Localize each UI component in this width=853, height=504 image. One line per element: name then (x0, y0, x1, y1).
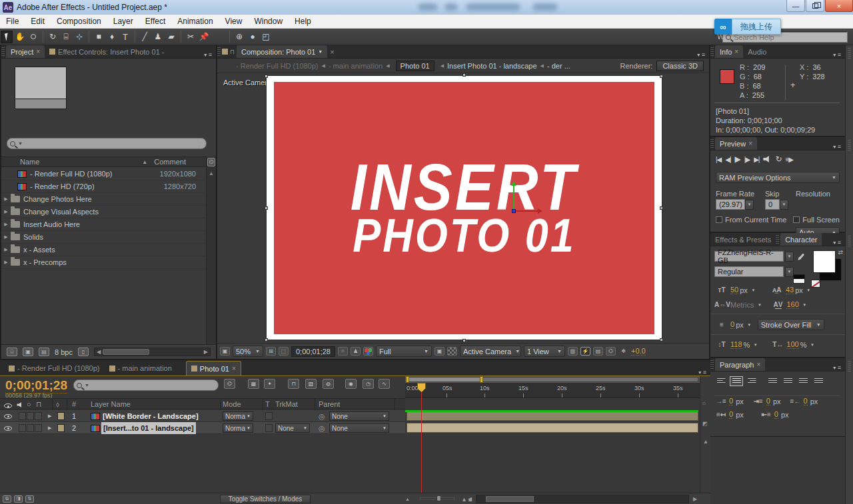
toggle-switches-modes-button[interactable]: Toggle Switches / Modes (220, 495, 311, 503)
trkmat-dropdown[interactable]: None▼ (275, 423, 310, 433)
tab-project[interactable]: Project × (6, 45, 45, 58)
bit-depth[interactable]: 8 bpc (55, 348, 73, 356)
project-item[interactable]: ▶ Insert Audio Here (1, 218, 205, 231)
expand-modes-icon[interactable]: ◨ (14, 495, 23, 503)
crumb-render-full-hd[interactable]: - Render Full HD (1080p) (236, 62, 319, 70)
panel-menu-icon[interactable]: ▼≡ (828, 143, 845, 150)
project-columns-header[interactable]: Name ▲ Comment (1, 156, 216, 167)
default-colors-icon[interactable] (793, 274, 805, 284)
parent-dropdown[interactable]: None▼ (329, 411, 389, 421)
twirl-icon[interactable]: ▶ (48, 410, 51, 422)
project-search[interactable]: ▼ (7, 138, 207, 149)
eraser-tool[interactable]: ▰ (165, 31, 177, 43)
layer-handle[interactable] (265, 338, 268, 342)
type-tool[interactable]: T (119, 31, 131, 43)
menu-edit[interactable]: Edit (25, 15, 51, 28)
comp-flowchart-icon[interactable]: ⌬ (606, 347, 616, 356)
tab-main-animation[interactable]: - main animation (105, 361, 177, 376)
chevron-down-icon[interactable]: ▼ (745, 320, 754, 330)
menu-composition[interactable]: Composition (51, 15, 107, 28)
layer-handle[interactable] (660, 206, 663, 210)
close-icon[interactable]: × (756, 361, 760, 368)
audio-mute-button[interactable] (763, 156, 771, 162)
restore-button[interactable] (806, 0, 824, 12)
project-item[interactable]: - Render HD (720p) 1280x720 (1, 180, 205, 193)
previous-frame-button[interactable]: ◀| (725, 156, 730, 163)
align-center-button[interactable] (730, 376, 743, 386)
panel-menu-icon[interactable]: ▼≡ (828, 51, 845, 58)
layer-row-2[interactable]: ▶ 2 [Insert...to 01 - landscape] Norma▼ … (0, 422, 405, 434)
column-trkmat[interactable]: TrkMat (275, 400, 298, 408)
twirl-icon[interactable]: ▶ (1, 196, 11, 202)
tab-composition[interactable]: Composition: Photo 01 ▼ (237, 45, 327, 58)
chevron-down-icon[interactable]: ▼ (749, 285, 758, 295)
view-layout-dropdown[interactable]: 1 View ▼ (524, 346, 565, 357)
mode-dropdown[interactable]: Norma▼ (223, 411, 253, 421)
pixel-aspect-icon[interactable]: ▥ (568, 347, 578, 356)
column-number[interactable]: # (72, 400, 76, 408)
t-switch[interactable] (265, 412, 273, 420)
loop-button[interactable]: ↻ (775, 154, 781, 164)
pen-tool[interactable]: ♦ (106, 31, 118, 43)
chevron-down-icon[interactable]: ▼ (745, 200, 754, 210)
tab-effect-controls[interactable]: Effect Controls: Insert Photo 01 - (45, 45, 169, 58)
hand-tool[interactable]: ✋ (14, 31, 26, 43)
viewport-timecode[interactable]: 0;00;01;28 (291, 346, 335, 357)
lock-toggle[interactable] (35, 412, 42, 420)
eyedropper-icon[interactable] (798, 253, 804, 260)
menu-animation[interactable]: Animation (171, 15, 219, 28)
label-color-swatch[interactable] (57, 412, 65, 420)
pickwhip-icon[interactable]: ◎ (319, 410, 325, 422)
stopwatch-icon[interactable]: ◷ (363, 379, 374, 389)
new-folder-icon[interactable]: ▣ (23, 348, 33, 356)
twirl-icon[interactable]: ▶ (1, 209, 11, 214)
tab-effects-presets[interactable]: Effects & Presets (710, 233, 776, 246)
graph-editor-icon[interactable]: ∿ (379, 379, 390, 389)
play-button[interactable]: ▶ (735, 154, 740, 164)
shape-tool[interactable]: ■ (93, 31, 105, 43)
tab-character[interactable]: Character (780, 233, 822, 246)
composition-viewport[interactable]: Active Camera INSERT PHOTO 01 (217, 73, 709, 343)
chevron-down-icon[interactable]: ▼ (780, 200, 788, 210)
layer-duration-bar-2[interactable] (407, 423, 698, 433)
indent-left-value[interactable]: 0 (729, 397, 733, 405)
close-icon[interactable]: × (748, 140, 752, 147)
timeline-search-input[interactable] (89, 381, 190, 389)
shy-icon[interactable]: ◩ (702, 421, 710, 427)
crumb-photo-01[interactable]: Photo 01 (396, 61, 434, 71)
timeline-hscrollbar[interactable] (476, 495, 689, 503)
menu-help[interactable]: Help (289, 15, 317, 28)
show-channels-icon[interactable] (363, 347, 373, 356)
pan-behind-tool[interactable]: ⊹ (73, 31, 85, 43)
show-snapshot-icon[interactable]: ♟ (351, 347, 361, 356)
crumb-der[interactable]: - der ... (547, 62, 570, 70)
space-before-value[interactable]: 0 (729, 410, 733, 419)
timeline-button-icon[interactable]: ▤ (593, 347, 603, 356)
transparency-grid-icon[interactable] (447, 347, 457, 356)
trash-icon[interactable]: ▯ (78, 348, 89, 356)
menu-file[interactable]: File (0, 15, 25, 28)
column-comment[interactable]: Comment (154, 158, 186, 166)
chevron-down-icon[interactable]: ▼ (800, 300, 809, 310)
fill-color-swatch[interactable] (813, 250, 836, 273)
selection-tool[interactable] (1, 31, 13, 43)
last-frame-button[interactable]: ▶| (754, 156, 759, 163)
next-frame-button[interactable]: |▶ (744, 156, 750, 163)
camera-tool[interactable]: ⌸ (60, 31, 72, 43)
kerning-value[interactable]: Metrics (730, 301, 754, 309)
justify-last-left-button[interactable] (766, 376, 779, 386)
zoom-out-frames-icon[interactable]: ▲ (405, 497, 410, 501)
renderer-button[interactable]: Classic 3D (656, 61, 704, 71)
composition-frame[interactable]: INSERT PHOTO 01 (267, 76, 662, 340)
first-frame-button[interactable]: |◀ (716, 156, 721, 163)
tab-preview[interactable]: Preview × (715, 137, 757, 150)
current-timecode[interactable]: 0;00;01;28 (5, 378, 67, 393)
scroll-left-icon[interactable]: ◀ (97, 349, 101, 355)
zoom-tool[interactable] (27, 31, 39, 43)
twirl-icon[interactable]: ▶ (1, 247, 11, 252)
timeline-zoom-slider[interactable] (420, 497, 454, 499)
always-preview-icon[interactable]: ▣ (220, 347, 230, 356)
twirl-icon[interactable]: ▶ (48, 422, 51, 434)
auto-keyframe-icon[interactable]: ◉ (345, 379, 357, 389)
tab-info[interactable]: Info × (715, 45, 743, 58)
